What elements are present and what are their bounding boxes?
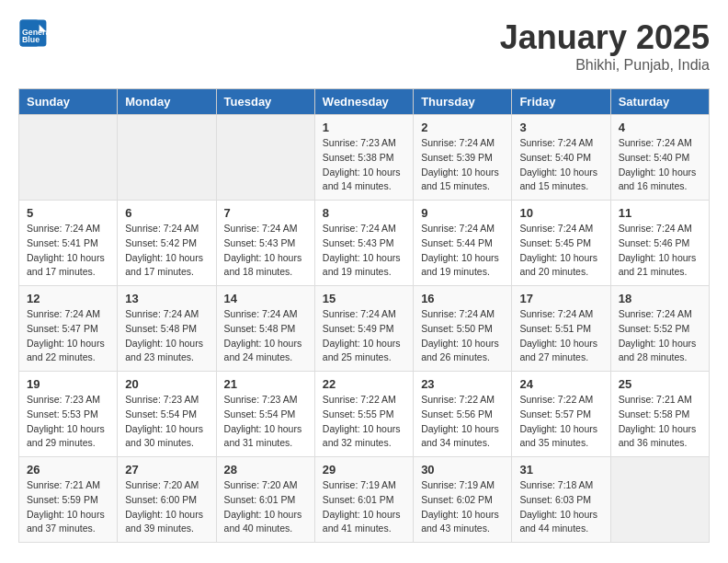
day-number: 16	[421, 292, 504, 305]
day-number: 7	[224, 206, 307, 220]
day-info: Sunrise: 7:22 AMSunset: 5:57 PMDaylight:…	[519, 393, 602, 451]
day-number: 1	[323, 121, 405, 134]
day-cell: 3Sunrise: 7:24 AMSunset: 5:40 PMDaylight…	[512, 115, 610, 201]
day-info: Sunrise: 7:24 AMSunset: 5:43 PMDaylight:…	[224, 222, 307, 280]
day-cell: 25Sunrise: 7:21 AMSunset: 5:58 PMDayligh…	[610, 372, 709, 457]
day-number: 11	[619, 206, 701, 220]
day-number: 25	[619, 377, 701, 391]
day-info: Sunrise: 7:20 AMSunset: 6:00 PMDaylight:…	[125, 478, 208, 536]
column-header-friday: Friday	[512, 89, 610, 115]
day-cell: 28Sunrise: 7:20 AMSunset: 6:01 PMDayligh…	[216, 457, 314, 543]
column-header-thursday: Thursday	[414, 89, 512, 115]
day-number: 19	[27, 377, 109, 391]
day-info: Sunrise: 7:24 AMSunset: 5:52 PMDaylight:…	[619, 307, 701, 365]
day-info: Sunrise: 7:23 AMSunset: 5:38 PMDaylight:…	[323, 136, 405, 194]
day-cell: 7Sunrise: 7:24 AMSunset: 5:43 PMDaylight…	[216, 201, 314, 286]
day-number: 30	[421, 463, 504, 477]
day-cell: 22Sunrise: 7:22 AMSunset: 5:55 PMDayligh…	[314, 372, 413, 457]
day-number: 18	[619, 292, 701, 305]
day-info: Sunrise: 7:23 AMSunset: 5:53 PMDaylight:…	[27, 393, 109, 451]
calendar-title: January 2025	[500, 18, 710, 57]
day-number: 12	[27, 292, 109, 305]
day-number: 6	[125, 206, 208, 220]
column-header-sunday: Sunday	[19, 89, 118, 115]
day-cell	[216, 115, 314, 201]
day-cell: 30Sunrise: 7:19 AMSunset: 6:02 PMDayligh…	[414, 457, 512, 543]
day-cell: 26Sunrise: 7:21 AMSunset: 5:59 PMDayligh…	[19, 457, 118, 543]
day-info: Sunrise: 7:22 AMSunset: 5:56 PMDaylight:…	[421, 393, 504, 451]
day-info: Sunrise: 7:24 AMSunset: 5:50 PMDaylight:…	[421, 307, 504, 365]
day-info: Sunrise: 7:24 AMSunset: 5:40 PMDaylight:…	[519, 136, 602, 194]
day-info: Sunrise: 7:23 AMSunset: 5:54 PMDaylight:…	[125, 393, 208, 451]
day-cell: 15Sunrise: 7:24 AMSunset: 5:49 PMDayligh…	[314, 286, 413, 372]
day-number: 27	[125, 463, 208, 477]
day-cell: 20Sunrise: 7:23 AMSunset: 5:54 PMDayligh…	[118, 372, 216, 457]
week-row-5: 26Sunrise: 7:21 AMSunset: 5:59 PMDayligh…	[19, 457, 710, 543]
day-info: Sunrise: 7:21 AMSunset: 5:59 PMDaylight:…	[27, 478, 109, 536]
day-number: 31	[519, 463, 602, 477]
day-cell	[118, 115, 216, 201]
day-cell: 16Sunrise: 7:24 AMSunset: 5:50 PMDayligh…	[414, 286, 512, 372]
day-info: Sunrise: 7:23 AMSunset: 5:54 PMDaylight:…	[224, 393, 307, 451]
day-info: Sunrise: 7:24 AMSunset: 5:49 PMDaylight:…	[323, 307, 405, 365]
day-cell: 14Sunrise: 7:24 AMSunset: 5:48 PMDayligh…	[216, 286, 314, 372]
day-number: 14	[224, 292, 307, 305]
logo-icon: General Blue	[18, 18, 48, 48]
day-info: Sunrise: 7:24 AMSunset: 5:42 PMDaylight:…	[125, 222, 208, 280]
day-number: 3	[519, 121, 602, 134]
day-cell: 19Sunrise: 7:23 AMSunset: 5:53 PMDayligh…	[19, 372, 118, 457]
day-number: 21	[224, 377, 307, 391]
day-cell: 4Sunrise: 7:24 AMSunset: 5:40 PMDaylight…	[610, 115, 709, 201]
day-number: 20	[125, 377, 208, 391]
week-row-3: 12Sunrise: 7:24 AMSunset: 5:47 PMDayligh…	[19, 286, 710, 372]
day-info: Sunrise: 7:24 AMSunset: 5:41 PMDaylight:…	[27, 222, 109, 280]
day-number: 9	[421, 206, 504, 220]
column-header-tuesday: Tuesday	[216, 89, 314, 115]
day-info: Sunrise: 7:19 AMSunset: 6:01 PMDaylight:…	[323, 478, 405, 536]
day-cell: 23Sunrise: 7:22 AMSunset: 5:56 PMDayligh…	[414, 372, 512, 457]
day-number: 28	[224, 463, 307, 477]
day-number: 4	[619, 121, 701, 134]
day-number: 22	[323, 377, 405, 391]
day-number: 23	[421, 377, 504, 391]
day-info: Sunrise: 7:20 AMSunset: 6:01 PMDaylight:…	[224, 478, 307, 536]
day-info: Sunrise: 7:24 AMSunset: 5:48 PMDaylight:…	[125, 307, 208, 365]
day-number: 15	[323, 292, 405, 305]
day-cell	[19, 115, 118, 201]
day-info: Sunrise: 7:24 AMSunset: 5:46 PMDaylight:…	[619, 222, 701, 280]
day-info: Sunrise: 7:22 AMSunset: 5:55 PMDaylight:…	[323, 393, 405, 451]
week-row-2: 5Sunrise: 7:24 AMSunset: 5:41 PMDaylight…	[19, 201, 710, 286]
day-number: 10	[519, 206, 602, 220]
day-number: 17	[519, 292, 602, 305]
day-cell: 29Sunrise: 7:19 AMSunset: 6:01 PMDayligh…	[314, 457, 413, 543]
day-number: 13	[125, 292, 208, 305]
day-info: Sunrise: 7:24 AMSunset: 5:45 PMDaylight:…	[519, 222, 602, 280]
day-cell: 5Sunrise: 7:24 AMSunset: 5:41 PMDaylight…	[19, 201, 118, 286]
header-row: SundayMondayTuesdayWednesdayThursdayFrid…	[19, 89, 710, 115]
day-info: Sunrise: 7:24 AMSunset: 5:39 PMDaylight:…	[421, 136, 504, 194]
day-info: Sunrise: 7:18 AMSunset: 6:03 PMDaylight:…	[519, 478, 602, 536]
day-cell: 18Sunrise: 7:24 AMSunset: 5:52 PMDayligh…	[610, 286, 709, 372]
day-number: 26	[27, 463, 109, 477]
day-cell: 24Sunrise: 7:22 AMSunset: 5:57 PMDayligh…	[512, 372, 610, 457]
day-cell: 2Sunrise: 7:24 AMSunset: 5:39 PMDaylight…	[414, 115, 512, 201]
day-cell: 8Sunrise: 7:24 AMSunset: 5:43 PMDaylight…	[314, 201, 413, 286]
calendar-table: SundayMondayTuesdayWednesdayThursdayFrid…	[18, 88, 710, 543]
page-header: General Blue January 2025 Bhikhi, Punjab…	[18, 18, 710, 74]
svg-text:Blue: Blue	[22, 35, 40, 44]
day-info: Sunrise: 7:24 AMSunset: 5:47 PMDaylight:…	[27, 307, 109, 365]
week-row-1: 1Sunrise: 7:23 AMSunset: 5:38 PMDaylight…	[19, 115, 710, 201]
day-cell: 11Sunrise: 7:24 AMSunset: 5:46 PMDayligh…	[610, 201, 709, 286]
week-row-4: 19Sunrise: 7:23 AMSunset: 5:53 PMDayligh…	[19, 372, 710, 457]
calendar-subtitle: Bhikhi, Punjab, India	[500, 57, 710, 74]
day-cell: 1Sunrise: 7:23 AMSunset: 5:38 PMDaylight…	[314, 115, 413, 201]
day-info: Sunrise: 7:21 AMSunset: 5:58 PMDaylight:…	[619, 393, 701, 451]
day-cell: 27Sunrise: 7:20 AMSunset: 6:00 PMDayligh…	[118, 457, 216, 543]
day-cell: 31Sunrise: 7:18 AMSunset: 6:03 PMDayligh…	[512, 457, 610, 543]
day-cell	[610, 457, 709, 543]
day-info: Sunrise: 7:24 AMSunset: 5:48 PMDaylight:…	[224, 307, 307, 365]
day-cell: 6Sunrise: 7:24 AMSunset: 5:42 PMDaylight…	[118, 201, 216, 286]
column-header-wednesday: Wednesday	[314, 89, 413, 115]
day-number: 2	[421, 121, 504, 134]
day-cell: 21Sunrise: 7:23 AMSunset: 5:54 PMDayligh…	[216, 372, 314, 457]
